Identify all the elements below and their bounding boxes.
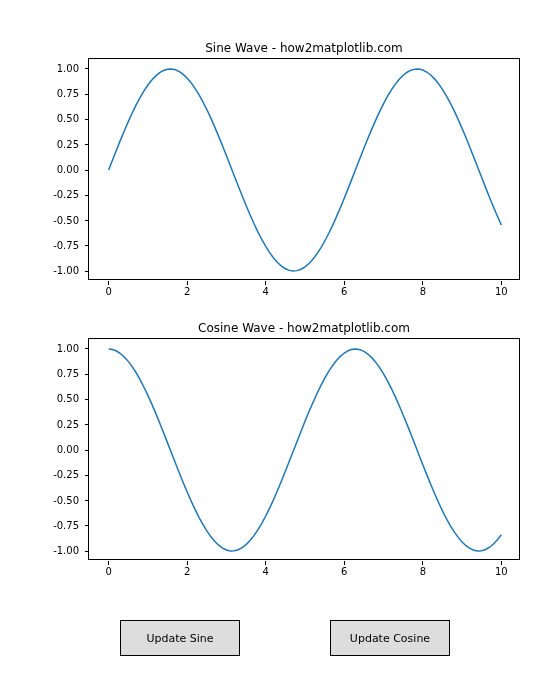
update-sine-button[interactable]: Update Sine bbox=[120, 620, 240, 656]
y-tick-label: 1.00 bbox=[39, 344, 79, 354]
y-tick-mark bbox=[85, 500, 89, 501]
y-tick-label: -0.50 bbox=[39, 496, 79, 506]
y-tick-mark bbox=[85, 195, 89, 196]
x-tick-label: 8 bbox=[420, 287, 426, 297]
x-tick-label: 10 bbox=[495, 287, 508, 297]
x-tick-mark bbox=[422, 561, 423, 565]
y-tick-mark bbox=[85, 450, 89, 451]
y-tick-mark bbox=[85, 475, 89, 476]
x-tick-mark bbox=[265, 561, 266, 565]
x-tick-mark bbox=[187, 281, 188, 285]
x-tick-label: 10 bbox=[495, 567, 508, 577]
y-tick-mark bbox=[85, 348, 89, 349]
y-tick-label: -1.00 bbox=[39, 546, 79, 556]
y-tick-mark bbox=[85, 525, 89, 526]
x-tick-label: 6 bbox=[341, 287, 347, 297]
y-tick-label: 0.75 bbox=[39, 369, 79, 379]
y-tick-label: 0.25 bbox=[39, 140, 79, 150]
update-sine-label: Update Sine bbox=[146, 632, 213, 645]
x-tick-mark bbox=[344, 561, 345, 565]
y-tick-label: 0.00 bbox=[39, 445, 79, 455]
x-tick-mark bbox=[422, 281, 423, 285]
y-tick-mark bbox=[85, 119, 89, 120]
y-tick-label: -0.75 bbox=[39, 521, 79, 531]
y-tick-mark bbox=[85, 551, 89, 552]
x-tick-label: 2 bbox=[184, 287, 190, 297]
y-tick-mark bbox=[85, 245, 89, 246]
y-tick-label: 0.50 bbox=[39, 394, 79, 404]
cosine-line bbox=[109, 349, 502, 551]
y-tick-mark bbox=[85, 424, 89, 425]
x-tick-label: 0 bbox=[105, 287, 111, 297]
x-tick-label: 4 bbox=[263, 567, 269, 577]
cosine-title: Cosine Wave - how2matplotlib.com bbox=[89, 321, 519, 335]
y-tick-label: -0.50 bbox=[39, 216, 79, 226]
y-tick-mark bbox=[85, 170, 89, 171]
y-tick-mark bbox=[85, 399, 89, 400]
x-tick-mark bbox=[501, 561, 502, 565]
x-tick-mark bbox=[187, 561, 188, 565]
x-tick-label: 2 bbox=[184, 567, 190, 577]
sine-axes: Sine Wave - how2matplotlib.com 0246810-1… bbox=[88, 58, 520, 280]
x-tick-mark bbox=[108, 281, 109, 285]
y-tick-mark bbox=[85, 220, 89, 221]
y-tick-mark bbox=[85, 94, 89, 95]
figure: Sine Wave - how2matplotlib.com 0246810-1… bbox=[0, 0, 560, 700]
x-tick-label: 8 bbox=[420, 567, 426, 577]
update-cosine-button[interactable]: Update Cosine bbox=[330, 620, 450, 656]
y-tick-mark bbox=[85, 374, 89, 375]
y-tick-label: 0.25 bbox=[39, 420, 79, 430]
y-tick-label: 0.00 bbox=[39, 165, 79, 175]
x-tick-label: 0 bbox=[105, 567, 111, 577]
x-tick-mark bbox=[265, 281, 266, 285]
y-tick-mark bbox=[85, 144, 89, 145]
x-tick-mark bbox=[501, 281, 502, 285]
cosine-axes: Cosine Wave - how2matplotlib.com 0246810… bbox=[88, 338, 520, 560]
y-tick-label: 0.75 bbox=[39, 89, 79, 99]
y-tick-label: -0.25 bbox=[39, 190, 79, 200]
x-tick-mark bbox=[344, 281, 345, 285]
sine-line bbox=[109, 69, 502, 271]
y-tick-label: -0.25 bbox=[39, 470, 79, 480]
x-tick-label: 6 bbox=[341, 567, 347, 577]
update-cosine-label: Update Cosine bbox=[350, 632, 430, 645]
y-tick-mark bbox=[85, 271, 89, 272]
y-tick-label: -0.75 bbox=[39, 241, 79, 251]
y-tick-mark bbox=[85, 68, 89, 69]
sine-title: Sine Wave - how2matplotlib.com bbox=[89, 41, 519, 55]
y-tick-label: 1.00 bbox=[39, 64, 79, 74]
x-tick-mark bbox=[108, 561, 109, 565]
sine-plot-area bbox=[89, 59, 519, 279]
y-tick-label: 0.50 bbox=[39, 114, 79, 124]
cosine-plot-area bbox=[89, 339, 519, 559]
x-tick-label: 4 bbox=[263, 287, 269, 297]
y-tick-label: -1.00 bbox=[39, 266, 79, 276]
